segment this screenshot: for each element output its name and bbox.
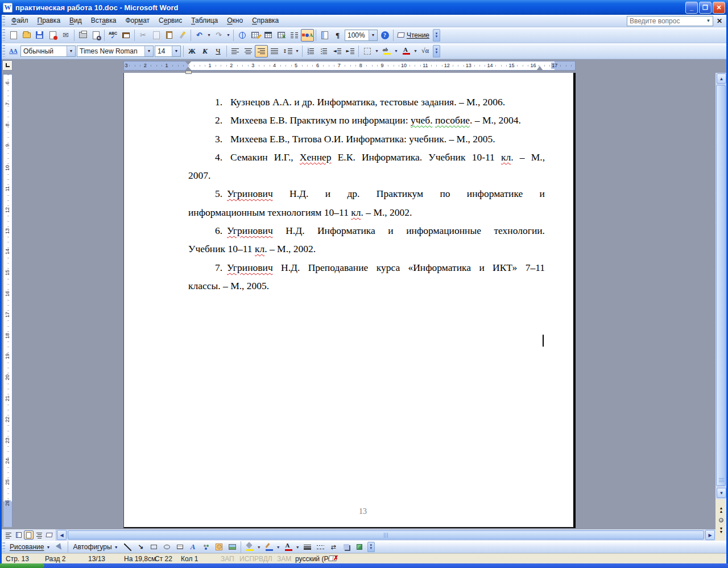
undo-button[interactable]: ↶ [193,29,206,42]
previous-page-button[interactable]: ▲▲ [717,505,726,514]
bold-button[interactable]: Ж [185,45,198,57]
font-combo[interactable]: Times New Roman ▼ [77,46,154,57]
menu-item-edit[interactable]: Правка [33,15,65,26]
arrow-button[interactable]: ↘ [134,542,147,552]
scroll-down-arrow[interactable]: ▼ [717,488,726,498]
new-document-button[interactable] [7,29,20,42]
borders-dropdown-icon[interactable]: ▼ [374,45,380,57]
web-layout-view-button[interactable] [14,530,23,540]
scroll-up-arrow[interactable]: ▲ [717,73,726,84]
highlight-button[interactable]: ab [380,45,393,57]
language-indicator[interactable]: русский (Ро [295,555,332,563]
fill-color-button[interactable] [243,542,256,552]
scroll-right-arrow[interactable]: ▶ [705,530,715,540]
clip-art-button[interactable]: ☺ [213,542,226,552]
print-button[interactable] [76,29,89,42]
menu-item-help[interactable]: Справка [247,15,283,26]
document-map-button[interactable] [318,29,331,42]
styles-and-formatting-button[interactable]: АА [7,45,20,57]
toolbar-grip[interactable] [2,16,5,26]
normal-view-button[interactable] [3,530,13,540]
save-button[interactable] [33,29,46,42]
style-dropdown-icon[interactable]: ▼ [67,46,75,56]
ask-question-input[interactable] [627,17,704,25]
first-line-indent-marker[interactable] [185,61,192,65]
status-field[interactable]: На 19,8см [124,555,156,563]
select-objects-button[interactable] [53,542,66,552]
text-box-button[interactable] [173,542,187,552]
insert-picture-button[interactable] [226,542,239,552]
columns-button[interactable] [288,29,301,42]
underline-button[interactable]: Ч [212,45,225,57]
zoom-combo[interactable]: 100% ▼ [345,30,378,41]
format-painter-button[interactable] [176,29,189,42]
highlight-dropdown-icon[interactable]: ▼ [393,45,399,57]
email-button[interactable]: ✉ [59,29,72,42]
style-combo[interactable]: Обычный ▼ [20,46,76,57]
ask-question-box[interactable]: ▼ [627,16,713,26]
spelling-status-icon[interactable]: ✗ [329,554,339,563]
bullets-button[interactable]: ••• [317,45,330,57]
oval-button[interactable] [160,542,173,552]
menu-item-tools[interactable]: Сервис [154,15,187,26]
vertical-ruler[interactable]: 67891011121314151617181920212223242526 [3,74,13,526]
menu-item-insert[interactable]: Вставка [86,15,121,26]
toolbar-options-chevron[interactable]: ▼▼ [433,29,440,42]
size-dropdown-icon[interactable]: ▼ [172,46,180,56]
scroll-left-arrow[interactable]: ◀ [57,530,67,540]
dash-style-button[interactable] [314,542,327,552]
drawing-menu-button[interactable]: Рисование▼ [7,542,53,551]
copy-button[interactable] [150,29,163,42]
menu-item-table[interactable]: Таблица [187,15,222,26]
right-indent-marker[interactable] [536,66,543,71]
read-mode-button[interactable]: Чтение [395,29,432,42]
line-color-button[interactable] [262,542,275,552]
drawing-button[interactable]: A [301,29,314,42]
numbering-button[interactable]: 123 [304,45,317,57]
status-toggle[interactable]: ВДЛ [259,555,272,563]
paste-button[interactable] [163,29,176,42]
outline-view-button[interactable] [34,530,44,540]
redo-dropdown-icon[interactable]: ▼ [225,29,231,42]
hanging-indent-marker[interactable] [185,67,192,71]
status-field[interactable]: Ст 22 [155,555,172,563]
font-dropdown-icon[interactable]: ▼ [144,46,153,56]
fill-color-dropdown-icon[interactable]: ▼ [256,541,262,553]
diagram-button[interactable] [200,542,213,552]
toolbar-grip[interactable] [2,542,5,551]
line-spacing-dropdown-icon[interactable]: ▼ [294,45,300,57]
toolbar-grip[interactable] [2,29,5,42]
document-text[interactable]: 1.Кузнецов А.А. и др. Информатика, тесто… [188,93,545,295]
toolbar-options-chevron[interactable]: ▼▼ [433,45,440,57]
redo-button[interactable]: ↷ [212,29,225,42]
status-field[interactable]: Кол 1 [181,555,198,563]
3d-style-button[interactable] [353,542,366,552]
restore-button[interactable]: ❐ [699,2,712,14]
wordart-button[interactable]: А [187,542,200,552]
italic-button[interactable]: К [198,45,212,57]
shadow-style-button[interactable] [340,542,353,552]
document-page[interactable]: 1.Кузнецов А.А. и др. Информатика, тесто… [123,73,576,528]
increase-indent-button[interactable]: ► [344,45,357,57]
research-button[interactable] [119,29,133,42]
align-left-button[interactable] [229,45,242,57]
borders-button[interactable] [361,45,374,57]
minimize-button[interactable]: _ [685,2,698,14]
open-button[interactable] [20,29,33,42]
autoshapes-menu-button[interactable]: Автофигуры▼ [70,542,121,551]
status-toggle[interactable]: ИСПР [239,555,259,563]
status-field[interactable]: 13/13 [88,555,105,563]
tables-and-borders-button[interactable] [249,29,262,42]
menu-item-window[interactable]: Окно [222,15,247,26]
status-toggle[interactable]: ЗАМ [277,555,291,563]
status-field[interactable]: Стр. 13 [6,555,29,563]
draw-font-color-dropdown-icon[interactable]: ▼ [295,541,301,553]
menu-item-view[interactable]: Вид [65,15,86,26]
toolbar-grip[interactable] [2,45,5,57]
font-color-dropdown-icon[interactable]: ▼ [412,45,419,57]
size-combo[interactable]: 14 ▼ [155,46,181,57]
justify-button[interactable] [268,45,281,57]
line-spacing-button[interactable]: ↕ [281,45,294,57]
spelling-button[interactable]: ABC✓ [106,29,119,42]
next-page-button[interactable]: ▼▼ [717,526,726,534]
